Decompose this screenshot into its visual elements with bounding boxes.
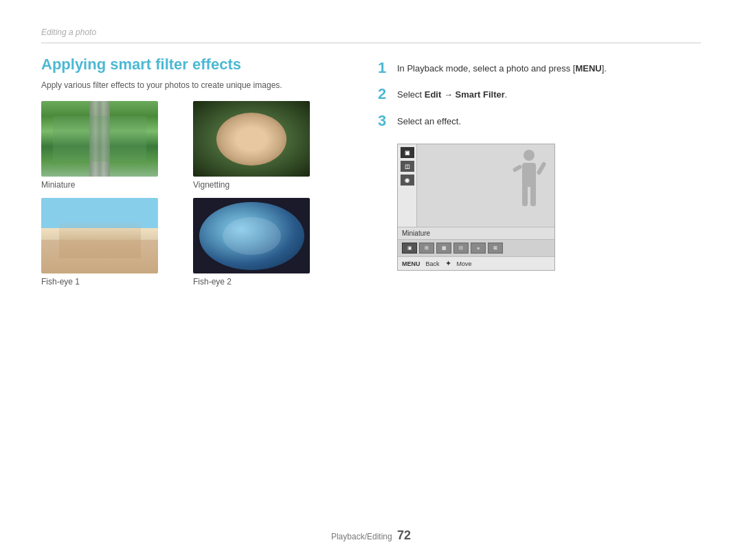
left-column: Applying smart filter effects Apply vari… xyxy=(41,56,337,287)
filter-icon-sym-5: ≡ xyxy=(477,246,480,251)
step-3: 3 Select an effect. xyxy=(378,112,701,130)
breadcrumb: Editing a photo xyxy=(41,27,701,43)
photo-item-fisheye1: Fish-eye 1 xyxy=(41,198,185,287)
photo-frame-vignetting xyxy=(193,101,310,177)
move-label: Move xyxy=(457,260,472,267)
silhouette-arm-right xyxy=(536,161,546,175)
photo-label-fisheye2: Fish-eye 2 xyxy=(193,277,337,287)
camera-ui-selected-label: Miniature xyxy=(402,229,430,237)
step-1-number: 1 xyxy=(378,59,392,77)
camera-ui-bottom-bar: MENU Back ✦ Move xyxy=(398,256,554,270)
photo-frame-miniature xyxy=(41,101,158,177)
camera-ui-label-row: Miniature xyxy=(398,227,554,240)
camera-sidebar-icon-2: ◫ xyxy=(401,161,414,172)
section-description: Apply various filter effects to your pho… xyxy=(41,80,337,90)
photo-label-fisheye1: Fish-eye 1 xyxy=(41,277,185,287)
camera-ui-icons-row: ▣ ⊞ ▦ ⊟ ≡ ⊠ xyxy=(398,240,554,256)
footer-page-number: 72 xyxy=(397,528,411,542)
camera-icon-symbol-1: ▣ xyxy=(405,150,410,156)
camera-icon-symbol-3: ◉ xyxy=(405,177,409,183)
camera-ui-preview xyxy=(417,144,554,227)
filter-icon-miniature[interactable]: ▣ xyxy=(402,243,417,254)
camera-ui-main: ▣ ◫ ◉ xyxy=(398,144,554,227)
step-1: 1 In Playback mode, select a photo and p… xyxy=(378,59,701,77)
photo-item-vignetting: Vignetting xyxy=(193,101,337,190)
page-container: Editing a photo Applying smart filter ef… xyxy=(0,0,742,560)
back-label: Back xyxy=(426,260,440,267)
photo-vignetting-image xyxy=(193,101,310,177)
step-3-number: 3 xyxy=(378,112,392,130)
footer-section: Playback/Editing xyxy=(331,532,392,541)
filter-icon-3[interactable]: ▦ xyxy=(436,243,451,254)
silhouette-figure xyxy=(513,150,544,215)
photo-item-miniature: Miniature xyxy=(41,101,185,190)
camera-ui-sidebar: ▣ ◫ ◉ xyxy=(398,144,417,227)
silhouette-legs xyxy=(513,187,544,206)
photo-item-fisheye2: Fish-eye 2 xyxy=(193,198,337,287)
steps-list: 1 In Playback mode, select a photo and p… xyxy=(378,59,701,130)
filter-icon-6[interactable]: ⊠ xyxy=(488,243,503,254)
step-1-text: In Playback mode, select a photo and pre… xyxy=(397,59,607,76)
main-content: Applying smart filter effects Apply vari… xyxy=(41,56,701,287)
filter-icon-sym-2: ⊞ xyxy=(425,245,429,251)
photo-frame-fisheye2 xyxy=(193,198,310,273)
filter-icon-2[interactable]: ⊞ xyxy=(419,243,434,254)
photo-miniature-image xyxy=(41,101,158,177)
filter-icon-5[interactable]: ≡ xyxy=(471,243,486,254)
silhouette-leg-right xyxy=(530,187,536,206)
photo-fisheye2-image xyxy=(193,198,310,273)
right-column: 1 In Playback mode, select a photo and p… xyxy=(378,56,701,287)
camera-ui-mockup: ▣ ◫ ◉ xyxy=(397,144,555,271)
silhouette-arm-left xyxy=(512,164,522,172)
filter-icon-4[interactable]: ⊟ xyxy=(453,243,469,254)
filter-icon-sym-4: ⊟ xyxy=(459,245,463,251)
breadcrumb-text: Editing a photo xyxy=(41,27,96,37)
menu-key-label: MENU xyxy=(402,260,420,267)
step-2-text: Select Edit → Smart Filter. xyxy=(397,85,507,102)
silhouette-leg-left xyxy=(522,187,528,206)
nav-icon: ✦ xyxy=(445,259,451,268)
step-2: 2 Select Edit → Smart Filter. xyxy=(378,85,701,103)
photo-label-vignetting: Vignetting xyxy=(193,180,337,190)
photo-grid: Miniature Vignetting Fish-eye 1 xyxy=(41,101,337,287)
filter-icon-sym-3: ▦ xyxy=(442,245,447,251)
camera-icon-symbol-2: ◫ xyxy=(405,164,410,170)
photo-label-miniature: Miniature xyxy=(41,180,185,190)
section-title: Applying smart filter effects xyxy=(41,56,337,74)
page-footer: Playback/Editing 72 xyxy=(0,528,742,543)
camera-sidebar-icon-1: ▣ xyxy=(401,147,414,158)
photo-fisheye1-image xyxy=(41,198,158,273)
silhouette-body xyxy=(522,163,536,187)
step-2-number: 2 xyxy=(378,85,392,103)
silhouette-head xyxy=(524,150,535,161)
camera-sidebar-icon-3: ◉ xyxy=(401,175,414,186)
filter-icon-sym-1: ▣ xyxy=(407,245,412,251)
filter-icon-sym-6: ⊠ xyxy=(493,245,497,251)
step-3-text: Select an effect. xyxy=(397,112,461,128)
photo-frame-fisheye1 xyxy=(41,198,158,273)
